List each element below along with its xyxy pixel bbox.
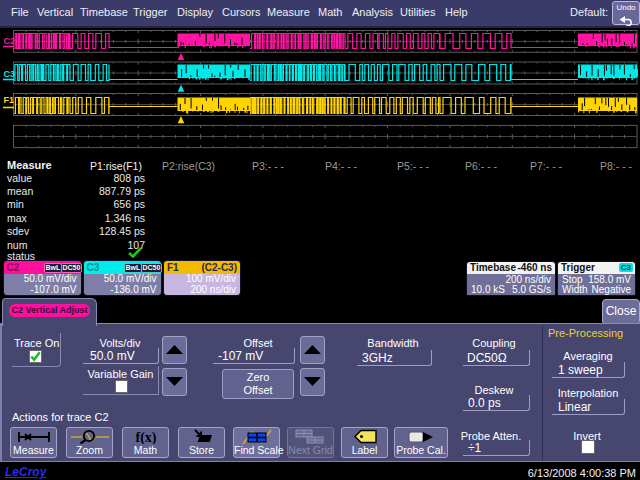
svg-text:C2: C2 (4, 36, 16, 46)
svg-text:f(x): f(x) (135, 430, 156, 445)
svg-text:F1: F1 (4, 95, 15, 105)
svg-text:C3: C3 (4, 69, 16, 79)
